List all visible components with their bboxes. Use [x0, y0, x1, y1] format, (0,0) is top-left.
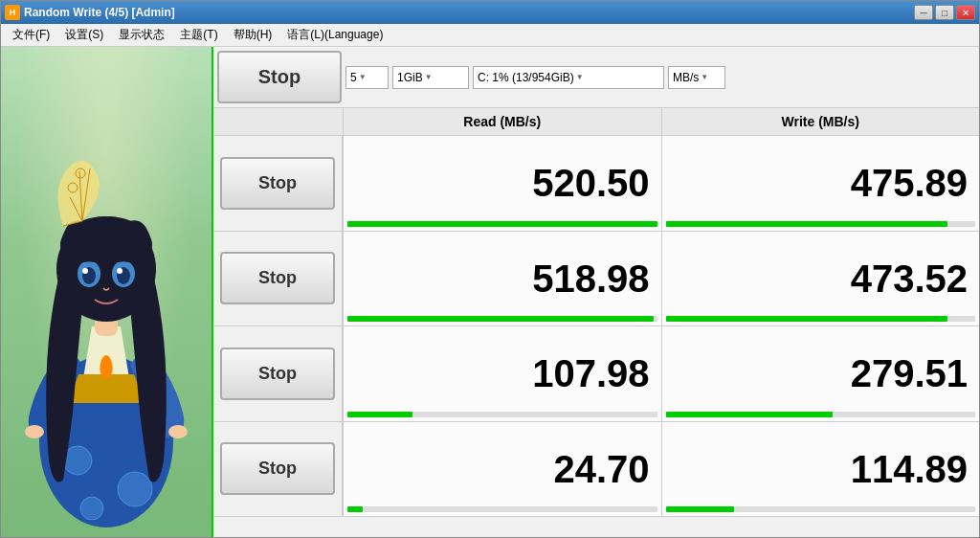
svg-point-5	[80, 497, 103, 520]
row-2-read-cell: 518.98	[343, 232, 661, 326]
table-row: Stop 24.70 114.89	[213, 422, 979, 517]
svg-point-4	[118, 472, 152, 506]
row-2-write-progress	[666, 316, 976, 322]
menu-bar: 文件(F) 设置(S) 显示状态 主题(T) 帮助(H) 语言(L)(Langu…	[1, 24, 979, 47]
anime-figure	[1, 47, 212, 537]
row-3-read-value: 107.98	[532, 354, 649, 392]
row-4-read-bar	[347, 506, 363, 512]
unit-arrow-icon: ▼	[701, 73, 708, 81]
count-dropdown[interactable]: 5 ▼	[345, 66, 389, 89]
data-grid: Read (MB/s) Write (MB/s) Stop 520.50	[213, 108, 979, 516]
row-3-write-value: 279.51	[851, 354, 968, 392]
row-4-read-cell: 24.70	[343, 422, 661, 517]
row-4-read-value: 24.70	[553, 450, 649, 488]
main-stop-button[interactable]: Stop	[217, 51, 342, 103]
size-dropdown[interactable]: 1GiB ▼	[392, 66, 469, 89]
row-1-read-value: 520.50	[532, 164, 649, 202]
svg-point-18	[117, 268, 122, 274]
svg-point-17	[82, 268, 88, 274]
row-3-read-progress	[347, 412, 657, 417]
table-row: Stop 107.98 279.51	[213, 326, 979, 422]
row-3-write-progress	[666, 412, 976, 417]
row-4-read-progress	[347, 506, 657, 512]
window-title: Random Write (4/5) [Admin]	[24, 6, 175, 19]
write-header: Write (MB/s)	[661, 108, 980, 135]
menu-file[interactable]: 文件(F)	[5, 25, 57, 45]
svg-point-7	[25, 425, 44, 438]
left-panel	[1, 47, 212, 537]
row-1-write-cell: 475.89	[661, 136, 980, 231]
anime-character-svg	[11, 78, 202, 537]
right-panel: Stop 5 ▼ 1GiB ▼ C: 1% (13/954GiB) ▼ MB/s…	[212, 47, 979, 537]
row-1-read-progress	[347, 221, 657, 227]
row-4-write-bar	[666, 506, 734, 512]
minimize-button[interactable]: ─	[914, 5, 933, 20]
app-icon: H	[5, 5, 20, 20]
table-row: Stop 518.98 473.52	[213, 232, 979, 327]
row-1-read-cell: 520.50	[343, 136, 661, 231]
row-2-read-progress	[347, 316, 657, 322]
row-1-write-bar	[666, 221, 947, 227]
row-4-btn-cell: Stop	[213, 422, 343, 517]
row-3-stop-button[interactable]: Stop	[220, 347, 335, 400]
header-spacer	[213, 108, 343, 135]
row-2-stop-button[interactable]: Stop	[220, 252, 335, 304]
title-bar: H Random Write (4/5) [Admin] ─ □ ✕	[1, 1, 979, 24]
unit-dropdown[interactable]: MB/s ▼	[668, 66, 725, 89]
size-value: 1GiB	[397, 71, 423, 84]
menu-theme[interactable]: 主题(T)	[172, 25, 225, 45]
menu-display[interactable]: 显示状态	[111, 25, 172, 45]
row-2-write-cell: 473.52	[661, 232, 980, 326]
main-content: Stop 5 ▼ 1GiB ▼ C: 1% (13/954GiB) ▼ MB/s…	[1, 47, 979, 537]
controls-row: Stop 5 ▼ 1GiB ▼ C: 1% (13/954GiB) ▼ MB/s…	[213, 47, 979, 108]
row-4-write-cell: 114.89	[661, 422, 980, 517]
menu-help[interactable]: 帮助(H)	[226, 25, 280, 45]
row-1-write-value: 475.89	[851, 164, 968, 202]
svg-point-8	[168, 425, 188, 438]
drive-dropdown[interactable]: C: 1% (13/954GiB) ▼	[473, 66, 664, 89]
maximize-button[interactable]: □	[935, 5, 954, 20]
count-value: 5	[350, 71, 357, 84]
row-3-read-cell: 107.98	[343, 326, 661, 421]
read-header: Read (MB/s)	[343, 108, 661, 135]
row-2-read-value: 518.98	[532, 259, 649, 298]
row-2-read-bar	[347, 316, 654, 322]
title-controls: ─ □ ✕	[914, 5, 975, 20]
row-3-write-cell: 279.51	[661, 326, 980, 421]
row-2-write-value: 473.52	[851, 259, 968, 298]
title-bar-left: H Random Write (4/5) [Admin]	[5, 5, 175, 20]
close-button[interactable]: ✕	[956, 5, 975, 20]
status-bar	[213, 516, 979, 537]
row-4-write-progress	[666, 506, 976, 512]
row-3-write-bar	[666, 412, 834, 417]
menu-language[interactable]: 语言(L)(Language)	[279, 25, 390, 45]
row-3-read-bar	[347, 412, 412, 417]
main-window: H Random Write (4/5) [Admin] ─ □ ✕ 文件(F)…	[0, 0, 980, 538]
row-2-write-bar	[666, 316, 947, 322]
drive-value: C: 1% (13/954GiB)	[478, 71, 574, 84]
row-4-write-value: 114.89	[851, 450, 968, 488]
menu-settings[interactable]: 设置(S)	[57, 25, 111, 45]
row-1-stop-button[interactable]: Stop	[220, 157, 335, 210]
table-row: Stop 520.50 475.89	[213, 136, 979, 232]
count-arrow-icon: ▼	[359, 73, 367, 81]
row-1-btn-cell: Stop	[213, 136, 343, 231]
row-3-btn-cell: Stop	[213, 326, 343, 421]
row-1-read-bar	[347, 221, 657, 227]
drive-arrow-icon: ▼	[576, 73, 584, 81]
grid-header: Read (MB/s) Write (MB/s)	[213, 108, 979, 136]
row-1-write-progress	[666, 221, 976, 227]
size-arrow-icon: ▼	[425, 73, 433, 81]
row-4-stop-button[interactable]: Stop	[220, 442, 335, 495]
row-2-btn-cell: Stop	[213, 232, 343, 326]
unit-value: MB/s	[673, 71, 699, 84]
